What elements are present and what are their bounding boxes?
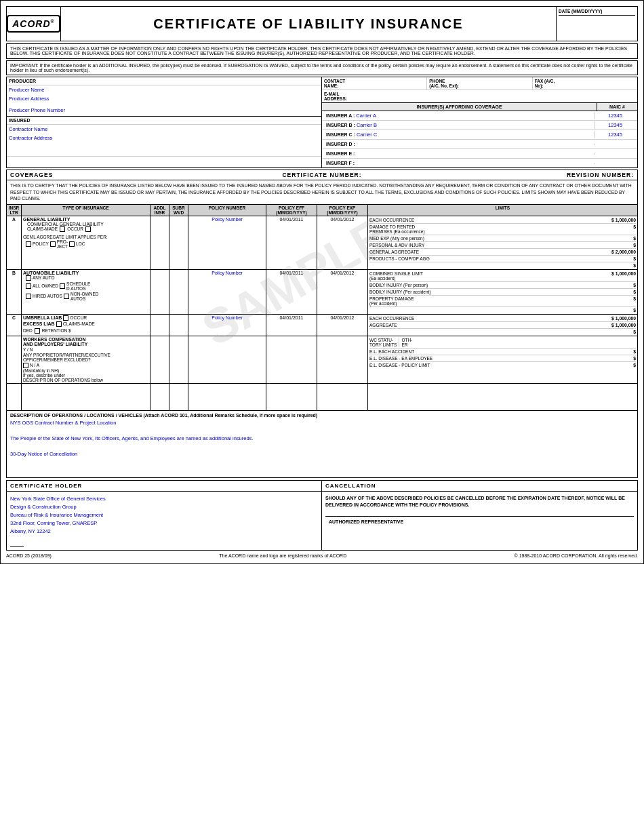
insurer-b-value: Carrier B (357, 122, 377, 128)
cancellation-section: CANCELLATION SHOULD ANY OF THE ABOVE DES… (322, 481, 637, 550)
contact-name-cell: CONTACTNAME: (322, 77, 427, 90)
contractor-name: Contractor Name (7, 125, 321, 134)
desc-line-3: The People of the State of New York, Its… (10, 435, 634, 441)
desc-line-5: 30-Day Notice of Cancellation (10, 451, 634, 457)
limits-wc: WC STATU-TORY LIMITS OTH-ER E.L. EACH AC… (368, 336, 638, 383)
exp-empty (317, 383, 368, 410)
insurer-b-naic: 12345 (595, 121, 635, 129)
addl-b (150, 269, 169, 314)
addl-wc (150, 336, 169, 383)
exp-b: 04/01/2012 (317, 269, 368, 314)
insurer-d-name-cell: INSURER D : (324, 140, 595, 148)
footer: ACORD 25 (2018/09) The ACORD name and lo… (6, 553, 638, 558)
date-field: DATE (MM/DD/YYYY) (556, 7, 637, 41)
insurer-e-naic (595, 153, 635, 155)
exp-a: 04/01/2012 (317, 216, 368, 269)
insurer-b-label: INSURER B : (326, 123, 355, 127)
header: ACORD® CERTIFICATE OF LIABILITY INSURANC… (6, 6, 638, 41)
insurer-d-naic (595, 144, 635, 145)
insurer-e-name-cell: INSURER E : (324, 150, 595, 157)
table-row-empty (7, 383, 638, 410)
cert-holder-line-1: New York State Office of General Service… (10, 495, 318, 503)
logo-text: ACORD (12, 18, 50, 29)
insurer-d-label: INSURER D : (326, 142, 355, 146)
page-title: CERTIFICATE OF LIABILITY INSURANCE (61, 7, 556, 41)
coverages-text: THIS IS TO CERTIFY THAT THE POLICIES OF … (6, 180, 638, 204)
cert-holder-content: New York State Office of General Service… (7, 492, 321, 550)
cancellation-text-bold: SHOULD ANY OF THE ABOVE DESCRIBED POLICI… (325, 496, 625, 508)
producer-name: Producer Name (7, 85, 321, 94)
insurer-a-value: Carrier A (356, 113, 376, 119)
eff-c: 04/01/2011 (266, 314, 317, 336)
producer-left: PRODUCER Producer Name Producer Address … (7, 77, 322, 167)
insurer-f-label: INSURER F : (326, 161, 355, 165)
insurer-row-c: INSURER C : Carrier C 12345 (322, 130, 637, 140)
eff-wc (266, 336, 317, 383)
naic-header: NAIC # (597, 103, 637, 111)
policy-a: Policy Number (188, 216, 266, 269)
ltr-empty (7, 383, 22, 410)
col-policy: POLICY NUMBER (188, 204, 266, 216)
contact-phone-cell: PHONE(A/C, No, Ext): (427, 77, 532, 90)
insurer-row-f: INSURER F : (322, 159, 637, 167)
important-text: IMPORTANT: If the certificate holder is … (10, 63, 634, 73)
insurer-coverage-label: INSURER(S) AFFORDING COVERAGE (322, 103, 597, 111)
insurer-a-label: INSURER A : (326, 113, 355, 118)
bottom-section: CERTIFICATE HOLDER New York State Office… (6, 480, 638, 551)
desc-section: DESCRIPTION OF OPERATIONS / LOCATIONS / … (6, 411, 638, 478)
eff-a: 04/01/2011 (266, 216, 317, 269)
type-b: AUTOMOBILE LIABILITY ANY AUTO ALL OWNED … (22, 269, 150, 314)
insured-label: INSURED (7, 117, 321, 125)
coverages-header: COVERAGES CERTIFICATE NUMBER: REVISION N… (6, 170, 638, 180)
col-insr: INSRLTR (7, 204, 22, 216)
cert-holder-title: CERTIFICATE HOLDER (7, 481, 321, 492)
contact-row: CONTACTNAME: PHONE(A/C, No, Ext): FAX (A… (322, 77, 637, 90)
logo-area: ACORD® (7, 7, 61, 41)
insurer-c-naic: 12345 (595, 131, 635, 138)
insurer-f-naic (595, 163, 635, 164)
email-row: E-MAILADDRESS: (322, 90, 637, 103)
producer-address: Producer Address (7, 94, 321, 103)
insurer-e-label: INSURER E : (326, 151, 355, 156)
producer-label: PRODUCER (7, 77, 321, 85)
col-limits: LIMITS (368, 204, 638, 216)
desc-line-1: NYS OGS Contract Number & Project Locati… (10, 420, 634, 426)
footer-center: The ACORD name and logo are registered m… (219, 553, 346, 558)
insurer-a-naic: 12345 (595, 112, 635, 119)
limits-c: EACH OCCURRENCE $ 1,000,000 AGGREGATE $ … (368, 314, 638, 336)
policy-wc (188, 336, 266, 383)
insurer-c-name-cell: INSURER C : Carrier C (324, 131, 595, 138)
insurer-row-d: INSURER D : (322, 140, 637, 149)
ltr-wc (7, 336, 22, 383)
subr-b (169, 269, 188, 314)
eff-b: 04/01/2011 (266, 269, 317, 314)
col-addl: ADDLINSR (150, 204, 169, 216)
footer-left: ACORD 25 (2018/09) (6, 553, 52, 558)
cert-holder: CERTIFICATE HOLDER New York State Office… (7, 481, 322, 550)
contractor-address: Contractor Address (7, 134, 321, 142)
coverage-table: INSRLTR TYPE OF INSURANCE ADDLINSR SUBRW… (6, 204, 638, 411)
contact-phone-label: PHONE(A/C, No, Ext): (429, 79, 529, 88)
insurer-c-label: INSURER C : (326, 132, 355, 137)
cancellation-content: SHOULD ANY OF THE ABOVE DESCRIBED POLICI… (322, 492, 637, 532)
type-a: GENERAL LIABILITY COMMERCIAL GENERAL LIA… (22, 216, 150, 269)
logo-reg: ® (51, 19, 55, 24)
cancellation-title: CANCELLATION (322, 481, 637, 492)
subr-a (169, 216, 188, 269)
desc-title: DESCRIPTION OF OPERATIONS / LOCATIONS / … (10, 413, 634, 418)
col-eff: POLICY EFF(MM/DD/YYYY) (266, 204, 317, 216)
exp-c: 04/01/2012 (317, 314, 368, 336)
cert-num-label: CERTIFICATE NUMBER: (218, 172, 426, 178)
addl-c (150, 314, 169, 336)
contact-fax-label: FAX (A/C,No): (535, 79, 635, 88)
col-subr: SUBRWVD (169, 204, 188, 216)
insurer-a-name-cell: INSURER A : Carrier A (324, 112, 595, 119)
insured-section: INSURED Contractor Name Contractor Addre… (7, 116, 321, 157)
ltr-a: A (7, 216, 22, 269)
cert-holder-line-4: 32nd Floor, Corning Tower, GNARESP (10, 519, 318, 528)
desc-line-4 (10, 443, 634, 450)
insurer-row-a: INSURER A : Carrier A 12345 (322, 111, 637, 121)
insurer-f-name-cell: INSURER F : (324, 159, 595, 167)
subr-c (169, 314, 188, 336)
coverages-label: COVERAGES (10, 172, 218, 178)
